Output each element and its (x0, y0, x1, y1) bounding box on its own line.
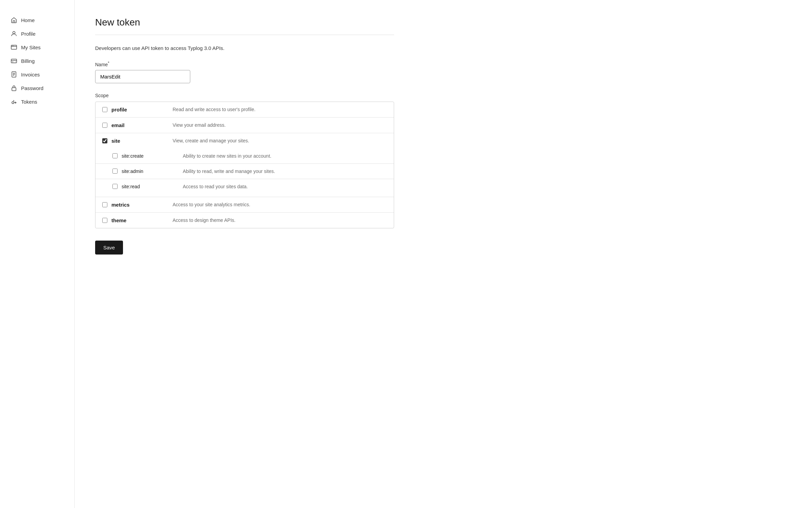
scope-row-email: email View your email address. (95, 118, 394, 133)
scope-row-site: site View, create and manage your sites. (95, 133, 394, 148)
invoices-icon (11, 71, 17, 77)
scope-checkbox-email[interactable] (102, 123, 107, 128)
sidebar-item-invoices[interactable]: Invoices (7, 68, 68, 81)
scope-name-metrics: metrics (111, 202, 173, 208)
scope-desc-site-admin: Ability to read, write and manage your s… (183, 169, 275, 174)
sidebar-item-password-label: Password (21, 85, 43, 91)
sidebar-item-password[interactable]: Password (7, 82, 68, 94)
password-icon (11, 85, 17, 91)
scope-desc-email: View your email address. (173, 122, 226, 128)
scope-checkbox-site-create[interactable] (112, 153, 118, 158)
tokens-icon (11, 99, 17, 105)
scope-row-metrics: metrics Access to your site analytics me… (95, 197, 394, 213)
scope-name-site-admin: site:admin (122, 169, 183, 174)
scope-desc-site-read: Access to read your sites data. (183, 184, 248, 189)
scope-section-site: site View, create and manage your sites.… (95, 133, 394, 197)
sidebar-item-billing-label: Billing (21, 58, 35, 64)
scope-desc-profile: Read and write access to user's profile. (173, 107, 255, 112)
scope-row-profile: profile Read and write access to user's … (95, 102, 394, 118)
scope-name-site-create: site:create (122, 153, 183, 159)
sidebar-item-billing[interactable]: Billing (7, 54, 68, 67)
scope-checkbox-site-read[interactable] (112, 184, 118, 189)
scope-desc-theme: Access to design theme APIs. (173, 217, 235, 223)
sidebar-item-home[interactable]: Home (7, 14, 68, 27)
sidebar-item-invoices-label: Invoices (21, 72, 40, 77)
sidebar-item-my-sites[interactable]: My Sites (7, 41, 68, 54)
person-icon (11, 31, 17, 37)
sidebar-item-my-sites-label: My Sites (21, 45, 41, 50)
scope-desc-site-create: Ability to create new sites in your acco… (183, 153, 271, 159)
svg-point-2 (12, 46, 13, 46)
name-label: Name* (95, 60, 394, 67)
svg-point-3 (13, 46, 14, 46)
scope-name-theme: theme (111, 217, 173, 223)
sidebar-item-profile-label: Profile (21, 31, 36, 37)
svg-point-7 (12, 102, 14, 104)
sidebar: Home Profile My Sites (0, 0, 75, 508)
scope-name-profile: profile (111, 107, 173, 112)
svg-rect-4 (11, 59, 17, 63)
scope-checkbox-theme[interactable] (102, 218, 107, 223)
main-content: New token Developers can use API token t… (75, 0, 414, 508)
sidebar-item-tokens-label: Tokens (21, 99, 37, 105)
scope-desc-site: View, create and manage your sites. (173, 138, 249, 143)
sidebar-item-home-label: Home (21, 17, 35, 23)
home-icon (11, 17, 17, 23)
sites-icon (11, 44, 17, 50)
sidebar-item-tokens[interactable]: Tokens (7, 95, 68, 108)
sidebar-item-profile[interactable]: Profile (7, 27, 68, 40)
scope-name-site-read: site:read (122, 184, 183, 189)
scope-row-theme: theme Access to design theme APIs. (95, 213, 394, 228)
scope-desc-metrics: Access to your site analytics metrics. (173, 202, 250, 207)
scope-checkbox-site-admin[interactable] (112, 169, 118, 174)
save-button[interactable]: Save (95, 241, 123, 255)
page-title: New token (95, 17, 394, 28)
page-description: Developers can use API token to access T… (95, 45, 394, 51)
scope-table: profile Read and write access to user's … (95, 102, 394, 228)
scope-row-site-read: site:read Access to read your sites data… (95, 179, 394, 194)
svg-point-0 (13, 32, 15, 34)
name-input[interactable] (95, 70, 190, 83)
billing-icon (11, 58, 17, 64)
site-sub-rows: site:create Ability to create new sites … (95, 148, 394, 197)
svg-rect-6 (12, 88, 16, 91)
title-divider (95, 35, 394, 35)
scope-checkbox-site[interactable] (102, 138, 107, 143)
scope-label: Scope (95, 93, 394, 98)
scope-name-site: site (111, 138, 173, 144)
scope-row-site-create: site:create Ability to create new sites … (95, 148, 394, 164)
scope-checkbox-metrics[interactable] (102, 202, 107, 207)
scope-checkbox-profile[interactable] (102, 107, 107, 112)
scope-row-site-admin: site:admin Ability to read, write and ma… (95, 164, 394, 179)
scope-name-email: email (111, 122, 173, 128)
